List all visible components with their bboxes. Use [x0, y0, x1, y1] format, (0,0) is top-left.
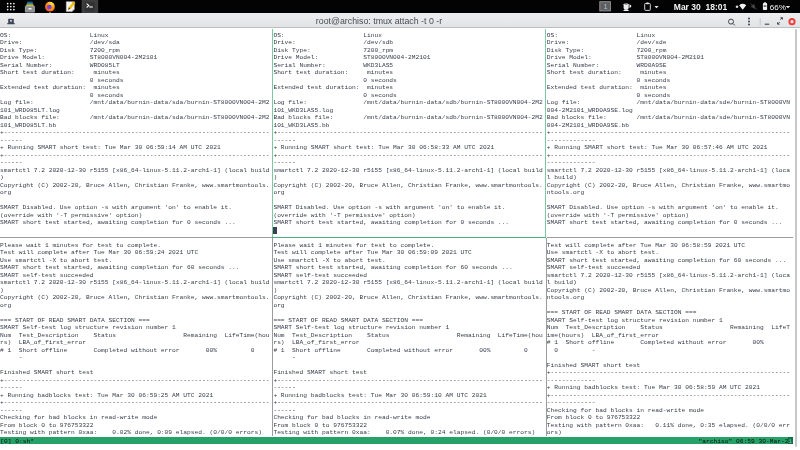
svg-text:1: 1 [603, 2, 607, 11]
svg-text:18:01: 18:01 [706, 2, 728, 12]
svg-text:66%: 66% [770, 3, 786, 12]
svg-text:root@archiso: tmux attach -t 0: root@archiso: tmux attach -t 0 -r [316, 16, 442, 26]
svg-text:Mar 30: Mar 30 [674, 2, 701, 12]
